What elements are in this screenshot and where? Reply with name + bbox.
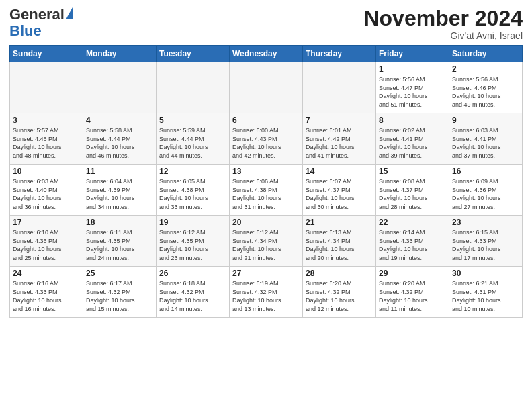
title-block: November 2024 Giv'at Avni, Israel bbox=[363, 7, 523, 41]
table-row bbox=[83, 62, 157, 113]
day-number: 18 bbox=[86, 218, 153, 227]
table-row bbox=[230, 62, 303, 113]
table-row: 14Sunrise: 6:07 AMSunset: 4:37 PMDayligh… bbox=[303, 165, 376, 216]
header-wednesday: Wednesday bbox=[230, 46, 303, 62]
table-row: 21Sunrise: 6:13 AMSunset: 4:34 PMDayligh… bbox=[303, 216, 376, 267]
table-row: 9Sunrise: 6:03 AMSunset: 4:41 PMDaylight… bbox=[449, 113, 523, 165]
table-row: 24Sunrise: 6:16 AMSunset: 4:33 PMDayligh… bbox=[10, 267, 83, 318]
calendar-header-row: Sunday Monday Tuesday Wednesday Thursday… bbox=[10, 46, 523, 62]
day-info: Sunrise: 6:09 AMSunset: 4:36 PMDaylight:… bbox=[452, 177, 519, 211]
day-info: Sunrise: 6:11 AMSunset: 4:35 PMDaylight:… bbox=[86, 228, 153, 262]
day-info: Sunrise: 6:19 AMSunset: 4:32 PMDaylight:… bbox=[232, 279, 300, 313]
header-friday: Friday bbox=[376, 46, 449, 62]
day-number: 12 bbox=[159, 167, 226, 176]
day-number: 2 bbox=[452, 64, 519, 74]
table-row: 3Sunrise: 5:57 AMSunset: 4:45 PMDaylight… bbox=[10, 113, 83, 165]
logo-block: General Blue bbox=[9, 7, 73, 39]
day-info: Sunrise: 6:12 AMSunset: 4:34 PMDaylight:… bbox=[232, 228, 300, 262]
table-row: 27Sunrise: 6:19 AMSunset: 4:32 PMDayligh… bbox=[230, 267, 303, 318]
calendar-week-row: 10Sunrise: 6:03 AMSunset: 4:40 PMDayligh… bbox=[10, 165, 523, 216]
table-row: 13Sunrise: 6:06 AMSunset: 4:38 PMDayligh… bbox=[230, 165, 303, 216]
location: Giv'at Avni, Israel bbox=[363, 30, 523, 41]
day-info: Sunrise: 6:13 AMSunset: 4:34 PMDaylight:… bbox=[306, 228, 373, 262]
month-title: November 2024 bbox=[363, 7, 523, 30]
table-row: 17Sunrise: 6:10 AMSunset: 4:36 PMDayligh… bbox=[10, 216, 83, 267]
table-row: 16Sunrise: 6:09 AMSunset: 4:36 PMDayligh… bbox=[449, 165, 523, 216]
table-row: 20Sunrise: 6:12 AMSunset: 4:34 PMDayligh… bbox=[230, 216, 303, 267]
day-number: 6 bbox=[232, 116, 300, 125]
day-number: 24 bbox=[13, 269, 80, 278]
day-number: 8 bbox=[379, 116, 446, 125]
day-info: Sunrise: 5:59 AMSunset: 4:44 PMDaylight:… bbox=[159, 126, 226, 160]
table-row: 18Sunrise: 6:11 AMSunset: 4:35 PMDayligh… bbox=[83, 216, 157, 267]
day-number: 16 bbox=[452, 167, 519, 176]
table-row: 22Sunrise: 6:14 AMSunset: 4:33 PMDayligh… bbox=[376, 216, 449, 267]
table-row: 10Sunrise: 6:03 AMSunset: 4:40 PMDayligh… bbox=[10, 165, 83, 216]
table-row: 5Sunrise: 5:59 AMSunset: 4:44 PMDaylight… bbox=[157, 113, 230, 165]
day-number: 23 bbox=[452, 218, 519, 227]
day-number: 17 bbox=[13, 218, 80, 227]
day-number: 15 bbox=[379, 167, 446, 176]
table-row: 19Sunrise: 6:12 AMSunset: 4:35 PMDayligh… bbox=[157, 216, 230, 267]
day-info: Sunrise: 6:08 AMSunset: 4:37 PMDaylight:… bbox=[379, 177, 446, 211]
table-row: 12Sunrise: 6:05 AMSunset: 4:38 PMDayligh… bbox=[157, 165, 230, 216]
table-row: 6Sunrise: 6:00 AMSunset: 4:43 PMDaylight… bbox=[230, 113, 303, 165]
day-number: 21 bbox=[306, 218, 373, 227]
logo-general: General bbox=[9, 6, 64, 23]
table-row: 30Sunrise: 6:21 AMSunset: 4:31 PMDayligh… bbox=[449, 267, 523, 318]
day-info: Sunrise: 6:07 AMSunset: 4:37 PMDaylight:… bbox=[306, 177, 373, 211]
day-info: Sunrise: 5:56 AMSunset: 4:46 PMDaylight:… bbox=[452, 75, 519, 109]
day-info: Sunrise: 6:20 AMSunset: 4:32 PMDaylight:… bbox=[379, 279, 446, 313]
day-number: 19 bbox=[159, 218, 226, 227]
calendar-week-row: 17Sunrise: 6:10 AMSunset: 4:36 PMDayligh… bbox=[10, 216, 523, 267]
header-sunday: Sunday bbox=[10, 46, 83, 62]
calendar-week-row: 24Sunrise: 6:16 AMSunset: 4:33 PMDayligh… bbox=[10, 267, 523, 318]
day-number: 22 bbox=[379, 218, 446, 227]
day-number: 9 bbox=[452, 116, 519, 125]
table-row: 1Sunrise: 5:56 AMSunset: 4:47 PMDaylight… bbox=[376, 62, 449, 113]
day-number: 7 bbox=[306, 116, 373, 125]
table-row: 15Sunrise: 6:08 AMSunset: 4:37 PMDayligh… bbox=[376, 165, 449, 216]
calendar-week-row: 1Sunrise: 5:56 AMSunset: 4:47 PMDaylight… bbox=[10, 62, 523, 113]
header-monday: Monday bbox=[83, 46, 157, 62]
logo-text: General bbox=[9, 7, 64, 23]
day-number: 29 bbox=[379, 269, 446, 278]
day-number: 25 bbox=[86, 269, 153, 278]
day-info: Sunrise: 6:12 AMSunset: 4:35 PMDaylight:… bbox=[159, 228, 226, 262]
day-number: 26 bbox=[159, 269, 226, 278]
table-row: 2Sunrise: 5:56 AMSunset: 4:46 PMDaylight… bbox=[449, 62, 523, 113]
header-tuesday: Tuesday bbox=[157, 46, 230, 62]
table-row: 4Sunrise: 5:58 AMSunset: 4:44 PMDaylight… bbox=[83, 113, 157, 165]
header-thursday: Thursday bbox=[303, 46, 376, 62]
day-number: 5 bbox=[159, 116, 226, 125]
main-container: General Blue November 2024 Giv'at Avni, … bbox=[0, 0, 532, 323]
day-info: Sunrise: 6:17 AMSunset: 4:32 PMDaylight:… bbox=[86, 279, 153, 313]
table-row: 29Sunrise: 6:20 AMSunset: 4:32 PMDayligh… bbox=[376, 267, 449, 318]
table-row: 8Sunrise: 6:02 AMSunset: 4:41 PMDaylight… bbox=[376, 113, 449, 165]
day-info: Sunrise: 6:14 AMSunset: 4:33 PMDaylight:… bbox=[379, 228, 446, 262]
day-number: 13 bbox=[232, 167, 300, 176]
table-row: 25Sunrise: 6:17 AMSunset: 4:32 PMDayligh… bbox=[83, 267, 157, 318]
day-info: Sunrise: 6:03 AMSunset: 4:40 PMDaylight:… bbox=[13, 177, 80, 211]
table-row bbox=[157, 62, 230, 113]
day-number: 20 bbox=[232, 218, 300, 227]
day-info: Sunrise: 6:03 AMSunset: 4:41 PMDaylight:… bbox=[452, 126, 519, 160]
day-info: Sunrise: 5:58 AMSunset: 4:44 PMDaylight:… bbox=[86, 126, 153, 160]
logo-triangle-icon bbox=[66, 7, 73, 19]
day-info: Sunrise: 6:21 AMSunset: 4:31 PMDaylight:… bbox=[452, 279, 519, 313]
day-info: Sunrise: 6:10 AMSunset: 4:36 PMDaylight:… bbox=[13, 228, 80, 262]
day-number: 27 bbox=[232, 269, 300, 278]
header: General Blue November 2024 Giv'at Avni, … bbox=[9, 7, 523, 41]
day-info: Sunrise: 6:15 AMSunset: 4:33 PMDaylight:… bbox=[452, 228, 519, 262]
day-number: 28 bbox=[306, 269, 373, 278]
calendar-week-row: 3Sunrise: 5:57 AMSunset: 4:45 PMDaylight… bbox=[10, 113, 523, 165]
day-info: Sunrise: 6:04 AMSunset: 4:39 PMDaylight:… bbox=[86, 177, 153, 211]
day-number: 3 bbox=[13, 116, 80, 125]
table-row: 28Sunrise: 6:20 AMSunset: 4:32 PMDayligh… bbox=[303, 267, 376, 318]
table-row: 7Sunrise: 6:01 AMSunset: 4:42 PMDaylight… bbox=[303, 113, 376, 165]
day-info: Sunrise: 6:16 AMSunset: 4:33 PMDaylight:… bbox=[13, 279, 80, 313]
table-row: 11Sunrise: 6:04 AMSunset: 4:39 PMDayligh… bbox=[83, 165, 157, 216]
day-info: Sunrise: 6:06 AMSunset: 4:38 PMDaylight:… bbox=[232, 177, 300, 211]
day-info: Sunrise: 5:56 AMSunset: 4:47 PMDaylight:… bbox=[379, 75, 446, 109]
day-info: Sunrise: 6:18 AMSunset: 4:32 PMDaylight:… bbox=[159, 279, 226, 313]
